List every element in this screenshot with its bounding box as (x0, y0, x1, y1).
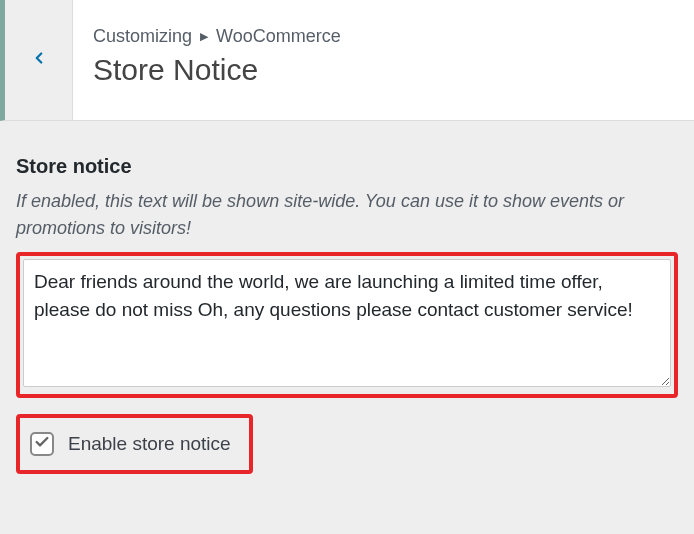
chevron-left-icon (30, 49, 48, 71)
customizer-header: Customizing ▶ WooCommerce Store Notice (0, 0, 694, 121)
store-notice-textarea[interactable] (23, 259, 671, 387)
enable-store-notice-label: Enable store notice (68, 433, 231, 455)
enable-checkbox-highlight: Enable store notice (16, 414, 253, 474)
breadcrumb-root: Customizing (93, 26, 192, 47)
notice-textarea-highlight (16, 252, 678, 398)
title-area: Customizing ▶ WooCommerce Store Notice (73, 0, 694, 120)
breadcrumb-separator-icon: ▶ (200, 30, 208, 43)
breadcrumb: Customizing ▶ WooCommerce (93, 26, 674, 47)
enable-store-notice-checkbox[interactable] (30, 432, 54, 456)
check-icon (34, 434, 50, 454)
section-title: Store notice (16, 155, 678, 178)
section-description: If enabled, this text will be shown site… (16, 188, 678, 242)
back-button[interactable] (5, 0, 73, 120)
page-title: Store Notice (93, 53, 674, 87)
content: Store notice If enabled, this text will … (0, 121, 694, 490)
breadcrumb-parent: WooCommerce (216, 26, 341, 47)
